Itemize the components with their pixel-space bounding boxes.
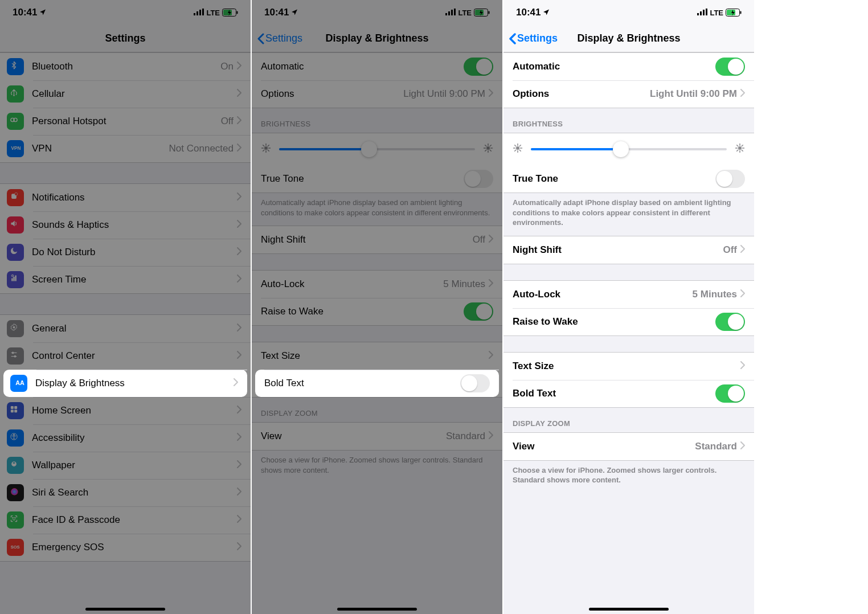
emergency-sos-icon: SOS [7,539,24,556]
row-label: Screen Time [32,274,237,285]
settings-row-emergency-sos[interactable]: SOSEmergency SOS [0,534,251,561]
chevron-right-icon [237,88,241,100]
do-not-disturb-icon [7,244,24,261]
svg-line-57 [485,145,486,146]
toggle-on[interactable] [464,58,493,76]
settings-row-screen-time[interactable]: Screen Time [0,266,251,293]
home-indicator[interactable] [589,608,669,611]
settings-row-home-screen[interactable]: Home Screen [0,397,251,424]
true-tone-row[interactable]: True Tone [503,165,754,193]
bold-text-row[interactable]: Bold Text [503,380,754,407]
toggle-on[interactable] [715,384,745,403]
settings-row-notifications[interactable]: Notifications [0,184,251,211]
settings-group-connectivity: BluetoothOnCellularPersonal HotspotOffVP… [0,52,251,163]
chevron-right-icon [237,116,241,127]
row-label: Auto-Lock [261,279,443,290]
row-label: Home Screen [32,405,237,416]
automatic-row[interactable]: Automatic [252,53,502,80]
chevron-right-icon [237,192,241,203]
settings-row-general[interactable]: General [0,315,251,342]
display-list[interactable]: AutomaticOptionsLight Until 9:00 PMBRIGH… [503,52,754,614]
svg-point-12 [15,193,18,195]
display-brightness-icon: AA [10,375,27,392]
toggle-on[interactable] [464,302,493,321]
battery-icon [726,9,742,17]
settings-row-do-not-disturb[interactable]: Do Not Disturb [0,239,251,266]
brightness-slider[interactable] [279,148,475,150]
status-bar: 10:41 LTE [503,0,754,25]
night-shift-row[interactable]: Night ShiftOff [503,236,754,264]
settings-row-face-id-passcode[interactable]: Face ID & Passcode [0,506,251,534]
settings-row-cellular[interactable]: Cellular [0,80,251,108]
svg-text:SOS: SOS [11,545,20,550]
svg-rect-0 [194,13,195,15]
text-size-row[interactable]: Text Size [252,342,502,370]
svg-rect-24 [14,406,17,409]
settings-row-wallpaper[interactable]: Wallpaper [0,452,251,479]
text-size-row[interactable]: Text Size [503,353,754,380]
page-title: Display & Brightness [252,32,502,44]
brightness-slider[interactable] [531,148,727,150]
view-row[interactable]: ViewStandard [503,433,754,460]
chevron-right-icon [237,405,241,416]
toggle-off[interactable] [715,170,745,188]
options-row[interactable]: OptionsLight Until 9:00 PM [252,80,502,108]
raise-to-wake-row[interactable]: Raise to Wake [503,308,754,335]
settings-list[interactable]: BluetoothOnCellularPersonal HotspotOffVP… [0,52,251,614]
settings-row-siri-search[interactable]: Siri & Search [0,479,251,506]
auto-lock-row[interactable]: Auto-Lock5 Minutes [503,281,754,308]
automatic-row[interactable]: Automatic [503,53,754,80]
settings-row-vpn[interactable]: VPNVPNNot Connected [0,135,251,162]
chevron-right-icon [740,441,745,452]
toggle-off[interactable] [464,170,493,188]
auto-lock-row[interactable]: Auto-Lock5 Minutes [252,271,502,298]
row-label: Options [261,88,403,100]
settings-row-sounds-haptics[interactable]: Sounds & Haptics [0,211,251,239]
chevron-right-icon [237,542,241,553]
settings-row-bluetooth[interactable]: BluetoothOn [0,53,251,80]
view-row[interactable]: ViewStandard [252,423,502,450]
location-icon [39,7,46,18]
row-label: Sounds & Haptics [32,219,237,231]
toggle-on[interactable] [715,58,745,76]
home-indicator[interactable] [85,608,165,611]
settings-group-notifications: NotificationsSounds & HapticsDo Not Dist… [0,183,251,294]
status-time: 10:41 [13,7,37,18]
brightness-header: BRIGHTNESS [503,108,754,133]
true-tone-row[interactable]: True Tone [252,165,502,193]
page-title: Display & Brightness [503,32,754,44]
control-center-icon [7,347,24,365]
svg-rect-66 [740,11,742,14]
svg-line-46 [263,150,264,151]
bold-text-row[interactable]: Bold Text [255,370,499,397]
toggle-on[interactable] [715,313,745,331]
night-shift-row[interactable]: Night ShiftOff [252,226,502,253]
row-label: Emergency SOS [32,542,237,553]
row-value: Standard [446,431,485,442]
row-label: Bold Text [264,378,460,389]
toggle-off[interactable] [460,374,490,392]
settings-row-personal-hotspot[interactable]: Personal HotspotOff [0,108,251,135]
svg-rect-63 [706,9,707,15]
svg-point-76 [738,146,742,150]
svg-rect-23 [11,406,14,409]
chevron-right-icon [489,350,493,362]
settings-row-accessibility[interactable]: Accessibility [0,424,251,452]
chevron-right-icon [740,289,745,300]
cellular-bars-icon [697,7,707,18]
settings-row-display-brightness[interactable]: AADisplay & Brightness [3,370,247,397]
settings-row-control-center[interactable]: Control Center [0,342,251,370]
brightness-high-icon [735,143,745,155]
cellular-icon [7,85,24,103]
phone-display-brightness-b: 10:41 LTE Settings Display & Brightness … [503,0,754,614]
row-value: 5 Minutes [693,289,737,300]
row-label: General [32,323,237,334]
chevron-right-icon [237,487,241,498]
options-row[interactable]: OptionsLight Until 9:00 PM [503,80,754,108]
svg-point-51 [486,146,490,150]
row-value: Light Until 9:00 PM [403,88,485,100]
svg-line-53 [490,150,491,151]
home-indicator[interactable] [337,608,417,611]
raise-to-wake-row[interactable]: Raise to Wake [252,298,502,325]
display-list[interactable]: AutomaticOptionsLight Until 9:00 PMBRIGH… [252,52,502,614]
